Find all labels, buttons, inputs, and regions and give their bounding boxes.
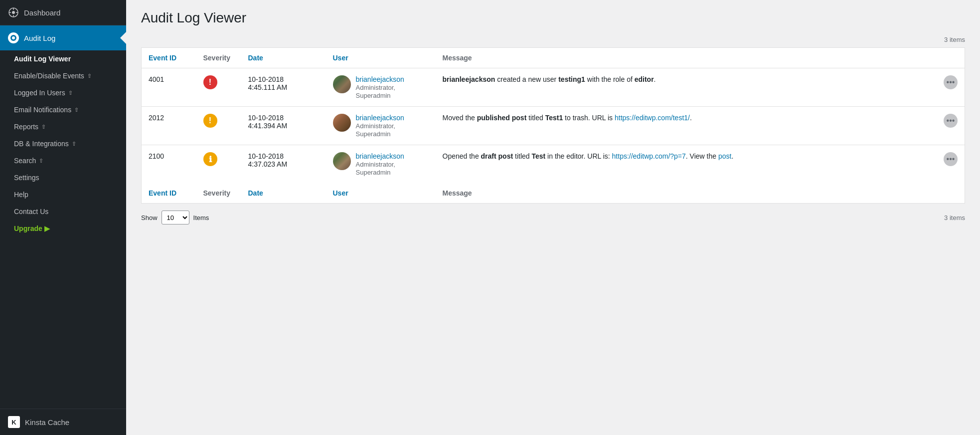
user-role: Administrator,Superadmin (356, 122, 395, 138)
sidebar-item-audit-log-viewer[interactable]: Audit Log Viewer (0, 50, 126, 67)
date-line1: 10-10-2018 (248, 114, 284, 122)
col-header-event-id[interactable]: Event ID (142, 48, 196, 68)
items-count-bottom: 3 items (944, 214, 965, 221)
user-cell: brianleejackson Administrator,Superadmin (326, 107, 436, 145)
sidebar-item-audit-log-viewer-label: Audit Log Viewer (14, 55, 71, 63)
severity-cell: ! (196, 107, 241, 145)
col-footer-date[interactable]: Date (241, 183, 326, 204)
sidebar-item-logged-in-users[interactable]: Logged In Users ⇧ (0, 84, 126, 101)
dashboard-icon (8, 7, 19, 18)
date-cell: 10-10-2018 4:45.111 AM (241, 68, 326, 107)
sidebar-item-reports-label: Reports (14, 123, 38, 131)
table-body: 4001 ! 10-10-2018 4:45.111 AM brianleeja… (142, 68, 965, 184)
svg-point-1 (12, 11, 15, 14)
severity-info-icon: ℹ (203, 152, 217, 166)
sidebar-item-db-integrations[interactable]: DB & Integrations ⇧ (0, 135, 126, 152)
col-footer-message: Message (436, 183, 935, 204)
action-cell: ••• (935, 107, 965, 145)
user-avatar (333, 152, 351, 170)
sidebar-item-settings[interactable]: Settings (0, 169, 126, 186)
svg-point-7 (12, 36, 15, 39)
table-header-row: Event ID Severity Date User Message (142, 48, 965, 68)
sidebar-item-search[interactable]: Search ⇧ (0, 152, 126, 169)
sidebar-item-enable-disable-events[interactable]: Enable/Disable Events ⇧ (0, 67, 126, 84)
sidebar-item-contact-us[interactable]: Contact Us (0, 203, 126, 220)
sidebar-audit-label: Audit Log (24, 34, 55, 42)
pro-badge-4: ⇧ (41, 124, 46, 130)
sidebar-item-settings-label: Settings (14, 174, 39, 182)
date-line2: 4:41.394 AM (248, 122, 288, 130)
user-avatar (333, 75, 351, 93)
message-cell: Opened the draft post titled Test in the… (436, 145, 935, 184)
pro-badge-6: ⇧ (39, 158, 43, 164)
date-line2: 4:37.023 AM (248, 160, 288, 168)
sidebar-item-help[interactable]: Help (0, 186, 126, 203)
message-url-link[interactable]: https://editwp.com/?p=7 (612, 152, 686, 160)
date-line1: 10-10-2018 (248, 152, 284, 160)
more-options-button[interactable]: ••• (944, 114, 958, 128)
kinsta-icon: K (8, 416, 20, 428)
user-name-link[interactable]: brianleejackson (356, 75, 404, 83)
event-id-cell: 4001 (142, 68, 196, 107)
more-options-button[interactable]: ••• (944, 152, 958, 166)
col-footer-user[interactable]: User (326, 183, 436, 204)
sidebar-item-upgrade-label: Upgrade ▶ (14, 224, 50, 232)
sidebar-item-logged-in-label: Logged In Users (14, 89, 65, 97)
show-items-control: Show 10 25 50 100 Items (141, 211, 209, 224)
user-name-link[interactable]: brianleejackson (356, 114, 404, 122)
audit-log-icon (8, 32, 19, 43)
date-cell: 10-10-2018 4:41.394 AM (241, 107, 326, 145)
date-cell: 10-10-2018 4:37.023 AM (241, 145, 326, 184)
severity-cell: ℹ (196, 145, 241, 184)
event-id-cell: 2100 (142, 145, 196, 184)
sidebar: Dashboard Audit Log Audit Log Viewer Ena… (0, 0, 126, 435)
severity-critical-icon: ! (203, 75, 217, 89)
sidebar-item-help-label: Help (14, 191, 28, 199)
user-name-link[interactable]: brianleejackson (356, 152, 404, 160)
sidebar-kinsta-cache[interactable]: K Kinsta Cache (0, 409, 126, 435)
pro-badge-1: ⇧ (87, 73, 92, 79)
pro-badge-3: ⇧ (74, 107, 79, 113)
sidebar-dashboard-label: Dashboard (24, 8, 60, 17)
more-options-button[interactable]: ••• (944, 75, 958, 89)
user-role: Administrator,Superadmin (356, 161, 395, 176)
table-footer-row: Event ID Severity Date User Message (142, 183, 965, 204)
user-role: Administrator,Superadmin (356, 84, 395, 99)
event-id-cell: 2012 (142, 107, 196, 145)
sidebar-submenu: Audit Log Viewer Enable/Disable Events ⇧… (0, 50, 126, 237)
message-post-link[interactable]: post (718, 152, 731, 160)
user-avatar (333, 114, 351, 132)
items-per-page-select-wrap[interactable]: 10 25 50 100 (162, 211, 189, 224)
pro-badge-2: ⇧ (68, 90, 73, 96)
sidebar-item-email-label: Email Notifications (14, 106, 71, 114)
message-url-link[interactable]: https://editwp.com/test1/ (615, 114, 690, 122)
sidebar-item-dashboard[interactable]: Dashboard (0, 0, 126, 25)
sidebar-item-contact-label: Contact Us (14, 208, 48, 216)
table-row: 2100 ℹ 10-10-2018 4:37.023 AM brianleeja… (142, 145, 965, 184)
col-footer-event-id[interactable]: Event ID (142, 183, 196, 204)
sidebar-item-enable-disable-label: Enable/Disable Events (14, 72, 84, 80)
col-header-message: Message (436, 48, 935, 68)
sidebar-item-email-notifications[interactable]: Email Notifications ⇧ (0, 101, 126, 118)
col-header-date[interactable]: Date (241, 48, 326, 68)
sidebar-item-db-label: DB & Integrations (14, 140, 69, 148)
sidebar-item-audit-log[interactable]: Audit Log (0, 25, 126, 50)
col-footer-action (935, 183, 965, 204)
show-label: Show (141, 214, 158, 221)
audit-table: Event ID Severity Date User Message 4001… (141, 47, 965, 204)
sidebar-item-reports[interactable]: Reports ⇧ (0, 118, 126, 135)
items-label: Items (193, 214, 209, 221)
col-header-user[interactable]: User (326, 48, 436, 68)
kinsta-cache-label: Kinsta Cache (25, 418, 69, 427)
table-row: 4001 ! 10-10-2018 4:45.111 AM brianleeja… (142, 68, 965, 107)
main-content: Audit Log Viewer 3 items Event ID Severi… (126, 0, 980, 435)
severity-warning-icon: ! (203, 114, 217, 128)
col-footer-severity: Severity (196, 183, 241, 204)
message-cell: brianleejackson created a new user testi… (436, 68, 935, 107)
items-per-page-select[interactable]: 10 25 50 100 (162, 211, 189, 224)
pro-badge-5: ⇧ (72, 141, 76, 147)
sidebar-item-upgrade[interactable]: Upgrade ▶ (0, 220, 126, 237)
user-cell: brianleejackson Administrator,Superadmin (326, 145, 436, 184)
page-title: Audit Log Viewer (141, 10, 965, 26)
sidebar-active-arrow (120, 32, 126, 44)
